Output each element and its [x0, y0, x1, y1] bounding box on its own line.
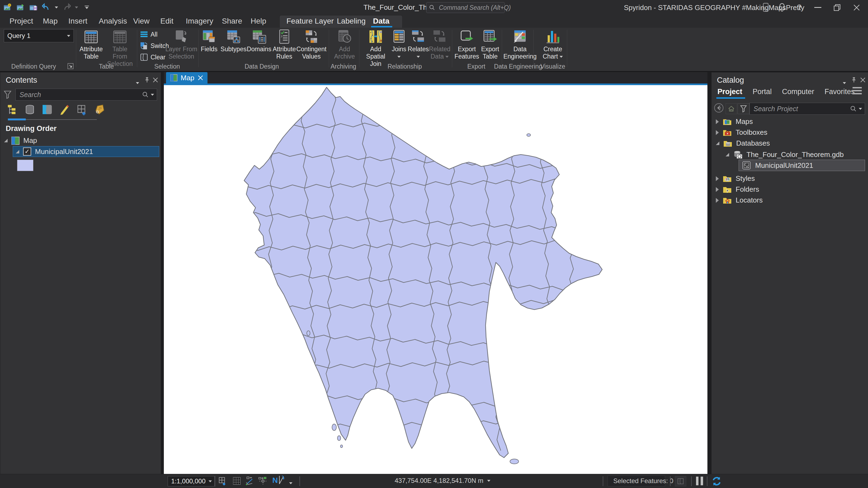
- open-project-icon[interactable]: [16, 3, 25, 12]
- close-button[interactable]: [853, 4, 860, 12]
- expanded-icon[interactable]: [725, 153, 729, 156]
- refresh-icon[interactable]: [711, 476, 722, 488]
- create-chart-button[interactable]: Create Chart: [540, 29, 565, 60]
- close-tab-icon[interactable]: [198, 75, 203, 80]
- tab-data[interactable]: Data: [373, 17, 390, 26]
- add-archive-button[interactable]: Add Archive: [332, 29, 358, 60]
- tab-view[interactable]: View: [133, 17, 150, 26]
- toc-map-item[interactable]: Map: [4, 136, 37, 145]
- map-canvas[interactable]: [164, 85, 707, 474]
- contingent-values-button[interactable]: Contingent Values: [297, 29, 326, 60]
- expanded-icon[interactable]: [16, 150, 19, 154]
- subtypes-button[interactable]: Subtypes: [221, 29, 246, 53]
- catalog-menu-icon[interactable]: [852, 87, 862, 94]
- catalog-item-locators[interactable]: Locators: [716, 196, 763, 204]
- catalog-close-icon[interactable]: [860, 77, 866, 84]
- layer-from-selection-button[interactable]: Layer From Selection: [164, 29, 198, 60]
- catalog-search-input[interactable]: [750, 105, 850, 113]
- layer-visibility-checkbox[interactable]: ✓: [23, 148, 31, 156]
- restore-button[interactable]: [833, 4, 841, 12]
- tab-feature-layer[interactable]: Feature Layer: [286, 17, 334, 26]
- definition-query-selector[interactable]: Query 1: [4, 29, 74, 42]
- catalog-item-gdb[interactable]: The_Four_Color_Theorem.gdb: [725, 150, 844, 159]
- catalog-search-dropdown-icon[interactable]: [859, 108, 862, 110]
- redo-icon[interactable]: [62, 3, 71, 12]
- expanded-icon[interactable]: [4, 139, 8, 142]
- contents-search-input[interactable]: [16, 91, 142, 99]
- notifications-bell-icon[interactable]: [778, 3, 786, 13]
- help-icon[interactable]: ?: [797, 3, 802, 12]
- catalog-item-folders[interactable]: Folders: [716, 185, 759, 194]
- export-features-button[interactable]: Export Features: [454, 29, 479, 60]
- collapsed-icon[interactable]: [716, 187, 719, 192]
- coordinates-dropdown-icon[interactable]: [487, 480, 490, 482]
- toc-layer-item[interactable]: ✓ MunicipalUnit2021: [13, 146, 159, 157]
- back-icon[interactable]: [714, 103, 724, 114]
- undo-icon[interactable]: [42, 3, 51, 12]
- catalog-search[interactable]: [749, 103, 865, 115]
- collapsed-icon[interactable]: [716, 176, 719, 181]
- export-table-button[interactable]: Export Table: [480, 29, 500, 60]
- fields-button[interactable]: Fields: [198, 29, 220, 53]
- catalog-tab-computer[interactable]: Computer: [782, 88, 814, 96]
- catalog-item-styles[interactable]: Styles: [716, 174, 755, 183]
- data-engineering-button[interactable]: Data Engineering: [504, 29, 536, 60]
- contents-pin-icon[interactable]: [144, 77, 150, 85]
- catalog-pin-icon[interactable]: [851, 77, 857, 85]
- map-view-tab[interactable]: Map: [166, 72, 208, 84]
- joins-button[interactable]: Joins: [391, 29, 407, 60]
- minimize-button[interactable]: [814, 7, 822, 8]
- tab-analysis[interactable]: Analysis: [99, 17, 127, 26]
- tab-project[interactable]: Project: [9, 17, 33, 26]
- contents-filter-icon[interactable]: [3, 90, 12, 100]
- definition-query-launcher-icon[interactable]: [67, 63, 74, 70]
- catalog-tab-project[interactable]: Project: [717, 88, 742, 96]
- customize-quick-access-icon[interactable]: [85, 6, 89, 9]
- list-by-editing-icon[interactable]: [59, 104, 70, 116]
- selected-features-indicator[interactable]: Selected Features: 0: [608, 476, 665, 486]
- collapsed-icon[interactable]: [716, 198, 719, 203]
- catalog-collapse-icon[interactable]: [843, 79, 846, 87]
- list-by-snapping-icon[interactable]: [94, 104, 105, 116]
- tab-edit[interactable]: Edit: [160, 17, 173, 26]
- tab-help[interactable]: Help: [251, 17, 267, 26]
- clear-selected-icon[interactable]: [675, 476, 686, 486]
- catalog-item-maps[interactable]: Maps: [716, 118, 753, 126]
- raster-grid-icon[interactable]: [232, 476, 241, 487]
- measure-icon[interactable]: [245, 476, 255, 487]
- catalog-tab-favorites[interactable]: Favorites: [825, 88, 855, 96]
- table-from-selection-button[interactable]: Table From Selection: [105, 29, 135, 67]
- redo-dropdown-icon[interactable]: [75, 6, 78, 8]
- save-project-icon[interactable]: [29, 3, 38, 12]
- layer-symbol-swatch[interactable]: [17, 160, 33, 171]
- list-by-data-source-icon[interactable]: [24, 104, 35, 116]
- collapsed-icon[interactable]: [716, 119, 719, 124]
- snapping-icon[interactable]: [258, 476, 268, 487]
- north-rotation-icon[interactable]: N: [272, 475, 285, 486]
- add-spatial-join-button[interactable]: 23 Add Spatial Join: [361, 29, 390, 67]
- contents-collapse-icon[interactable]: [136, 79, 139, 87]
- attribute-rules-button[interactable]: Attribute Rules: [272, 29, 297, 60]
- select-all-button[interactable]: All: [140, 30, 158, 38]
- list-by-selection-icon[interactable]: [41, 104, 53, 116]
- catalog-filter-icon[interactable]: [738, 103, 749, 114]
- home-icon[interactable]: [725, 103, 737, 114]
- feedback-device-icon[interactable]: [762, 3, 770, 13]
- collapsed-icon[interactable]: [716, 130, 719, 135]
- catalog-item-databases[interactable]: Databases: [716, 139, 770, 148]
- related-data-button[interactable]: Related Data: [429, 29, 451, 60]
- undo-dropdown-icon[interactable]: [55, 6, 58, 8]
- contents-close-icon[interactable]: [153, 77, 158, 84]
- layout-grid-icon[interactable]: [218, 476, 227, 487]
- tab-labeling[interactable]: Labeling: [337, 17, 366, 26]
- catalog-tab-portal[interactable]: Portal: [753, 88, 772, 96]
- map-scale-combo[interactable]: 1:1,000,000: [167, 476, 215, 486]
- new-project-icon[interactable]: [3, 3, 12, 12]
- command-search[interactable]: [426, 2, 505, 13]
- expanded-icon[interactable]: [716, 141, 719, 145]
- list-by-labeling-icon[interactable]: [76, 104, 88, 116]
- contents-search[interactable]: [16, 89, 157, 101]
- pause-drawing-icon[interactable]: [696, 477, 703, 485]
- tab-share[interactable]: Share: [222, 17, 242, 26]
- contents-search-dropdown-icon[interactable]: [151, 94, 154, 96]
